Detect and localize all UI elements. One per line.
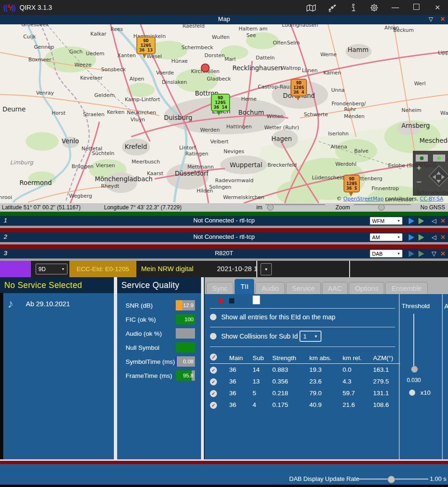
map-city-label: Altena [330, 144, 347, 150]
row-check-icon[interactable]: ✓ [210, 390, 217, 397]
close-receiver-icon[interactable]: × [441, 249, 445, 258]
play-button[interactable] [409, 251, 414, 257]
mute-color-swatch[interactable] [0, 261, 31, 277]
tab-service[interactable]: Service [286, 282, 321, 294]
pan-down-icon[interactable] [436, 180, 441, 183]
play-secondary-button[interactable] [418, 251, 424, 257]
mode-dropdown[interactable]: AM▼ [370, 233, 403, 241]
tii-table-cell: 108.6 [373, 399, 400, 411]
select-all-icon[interactable] [210, 354, 217, 361]
threshold-slider-track[interactable] [413, 314, 414, 373]
map-city-label: Goch [69, 49, 82, 55]
map-city-label: Marl [224, 56, 236, 62]
tii-column-header[interactable]: Strength [272, 352, 309, 364]
tii-column-header[interactable]: km abs. [309, 352, 343, 364]
map-close-icon[interactable]: × [441, 15, 445, 23]
map-city-label: Lintorf [179, 145, 196, 151]
row-check-icon[interactable]: ✓ [210, 378, 217, 385]
dim-slider-label: im [256, 204, 262, 211]
update-rate-slider-handle[interactable] [388, 476, 395, 483]
collapse-toggle-icon[interactable]: ◁ [432, 217, 436, 224]
tab-sync[interactable]: Sync [206, 282, 233, 294]
pan-up-icon[interactable] [436, 171, 441, 175]
panel-splitter[interactable] [114, 277, 117, 459]
tii-column-header[interactable]: Sub [253, 352, 272, 364]
tii-transmitter-marker[interactable]: 9D120536 5 [343, 175, 360, 192]
tii-column-header[interactable]: AZM(°) [373, 352, 400, 364]
map-layer-button-2[interactable] [433, 155, 445, 162]
quality-metric-row: Audio (ok %) [126, 328, 195, 339]
service-list-panel: No Service Selected ♪ Ab 29.10.2021 [0, 277, 114, 459]
mode-dropdown[interactable]: WFM▼ [370, 217, 403, 225]
dim-slider-handle[interactable] [267, 204, 274, 211]
tii-column-header[interactable]: Main [229, 352, 253, 364]
zoom-in-button[interactable]: + [415, 164, 423, 172]
record-icon[interactable] [218, 298, 224, 303]
tab-options[interactable]: Options [349, 282, 384, 294]
pan-right-icon[interactable] [441, 175, 445, 179]
maximize-icon[interactable] [406, 0, 427, 15]
row-check-icon[interactable]: ✓ [210, 402, 217, 409]
tii-transmitter-marker[interactable]: 9D120536 4 [291, 79, 307, 96]
longitude-readout: Longitude 7° 43' 22.3" (7.7229) [104, 204, 181, 211]
minimize-icon[interactable]: — [385, 0, 406, 15]
satellite-icon[interactable] [321, 0, 343, 15]
mode-value: WFM [372, 218, 384, 224]
tii-transmitter-marker[interactable]: 9D120536 13 [136, 37, 156, 54]
map-icon[interactable] [300, 0, 321, 15]
report-document-icon[interactable] [253, 295, 260, 304]
tii-column-header[interactable]: km rel. [343, 352, 373, 364]
play-secondary-button[interactable] [418, 218, 424, 224]
title-bar: ((ϟ)) QIRX 3.1.3 — × [0, 0, 448, 15]
play-secondary-button[interactable] [418, 234, 424, 241]
zoom-slider-handle[interactable] [378, 204, 385, 211]
quality-metrics: SNR (dB)12.9FIC (ok %)100Audio (ok %)Nul… [117, 293, 201, 381]
tii-table-cell: 23.6 [309, 376, 343, 387]
osm-link[interactable]: OpenStreetMap [343, 196, 384, 202]
close-receiver-icon[interactable]: × [441, 216, 445, 225]
play-button[interactable] [409, 218, 414, 224]
tii-table-row: ✓3640.17540.921.6108.6 [210, 399, 400, 411]
tab-audio[interactable]: Audio [255, 282, 285, 294]
threshold-slider-handle[interactable] [411, 366, 418, 373]
tii-transmitter-marker[interactable]: 9D120536 14 [211, 94, 230, 111]
window-bottom-edge [0, 485, 448, 487]
channel-dropdown[interactable]: 9D▼ [36, 264, 67, 274]
zoom-out-button[interactable]: − [415, 178, 423, 186]
map-city-label: Wuppertal [230, 161, 262, 169]
close-receiver-icon[interactable]: × [441, 233, 445, 242]
pan-left-icon[interactable] [433, 175, 436, 179]
x10-radio[interactable] [409, 390, 415, 396]
sub-id-dropdown[interactable]: 1▼ [299, 331, 321, 342]
divider [0, 293, 3, 459]
row-check-icon[interactable]: ✓ [210, 367, 217, 374]
play-button[interactable] [409, 234, 414, 241]
stop-icon[interactable] [229, 298, 234, 303]
info-icon[interactable] [343, 0, 364, 15]
ensemble-history-dropdown[interactable]: ▼ [261, 263, 272, 275]
settings-gear-icon[interactable] [364, 0, 385, 15]
close-icon[interactable]: × [427, 0, 448, 15]
map-canvas[interactable]: GroesbeekRaesfeldLüdinghausenHaltern amS… [0, 24, 448, 203]
license-link[interactable]: CC-BY-SA [420, 196, 443, 202]
mode-dropdown[interactable]: DAB▼ [370, 250, 403, 258]
map-layer-button-1[interactable] [416, 155, 428, 162]
map-city-label: Alpen [129, 76, 144, 82]
tab-tii[interactable]: TII [234, 279, 254, 294]
quality-metric-label: SNR (dB) [126, 302, 176, 309]
tab-aac[interactable]: AAC [322, 282, 348, 294]
map-collapse-icon[interactable]: ▽ [429, 16, 433, 22]
service-list-item[interactable]: Ab 29.10.2021 [26, 300, 70, 308]
show-all-entries-radio[interactable] [210, 314, 217, 320]
service-quality-header: Service Quality [117, 277, 201, 293]
pan-dpad[interactable] [428, 165, 448, 186]
quality-metric-value: 0.08 [183, 356, 194, 367]
tab-ensemble[interactable]: Ensemble [385, 282, 427, 294]
show-collisions-radio[interactable] [210, 333, 217, 339]
dim-slider-track[interactable] [265, 204, 325, 205]
collapse-toggle-icon[interactable]: ◁ [432, 234, 436, 241]
tii-table-cell: 21.6 [343, 399, 373, 411]
receiver-position-dot[interactable] [201, 64, 210, 73]
map-city-label: Hünxe [171, 58, 187, 64]
expand-toggle-icon[interactable]: ▽ [432, 250, 436, 257]
